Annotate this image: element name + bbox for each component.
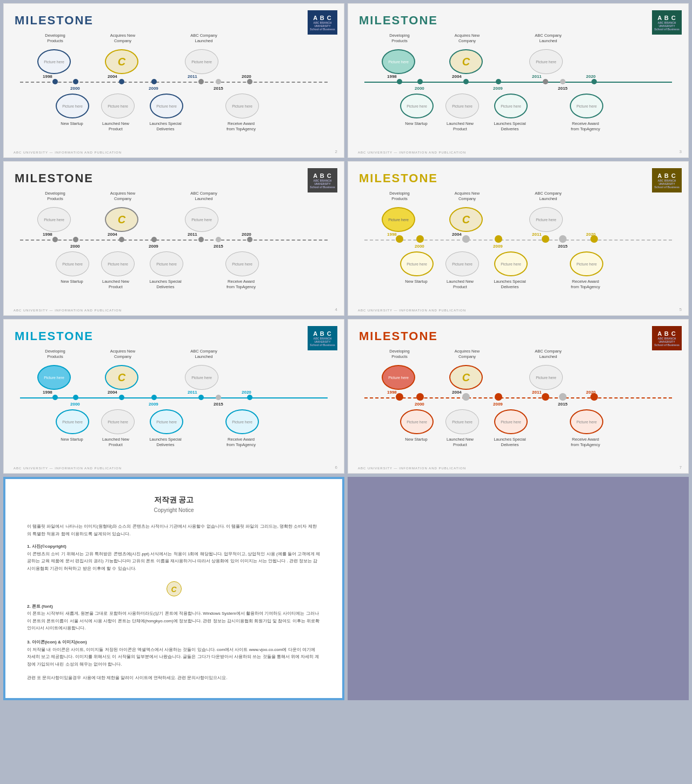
dot — [52, 79, 58, 84]
pic-bubble: Picture here — [101, 94, 135, 118]
dot — [119, 79, 124, 84]
slide-1-title: MILESTONE — [15, 14, 333, 28]
copyright-slide: 저작권 공고 Copyright Notice 이 템플릿 파일에서 나타나는 … — [3, 477, 344, 700]
slide-3-footer: ABC UNIVERSITY — INFORMATION AND PUBLICA… — [14, 309, 122, 312]
slide-1-timeline: DevelopingProducts Acquires NewCompany A… — [15, 33, 333, 141]
dot — [73, 79, 78, 84]
section2-title: 2. 폰트 (font) — [27, 604, 53, 609]
event-label: Launched NewProduct — [96, 121, 136, 132]
slide-5-timeline: DevelopingProducts Acquires NewCompany A… — [15, 349, 333, 457]
section1-title: 1. 사진(©copyright) — [27, 544, 66, 549]
section3-title: 3. 아이콘(icon) & 이미지(icon) — [27, 640, 87, 645]
year-label: 2011 — [188, 74, 197, 79]
slide-3-logo: A B C ABC BRANCHUNIVERSITYSchool of Busi… — [308, 168, 337, 192]
copyright-section-3: 3. 아이콘(icon) & 이미지(icon) 이 저작물 내 아이콘은 사이… — [27, 639, 321, 668]
slide-5-page: 6 — [335, 465, 337, 470]
slide-6-page: 7 — [680, 465, 682, 470]
slide-1-page: 2 — [335, 149, 337, 154]
c-logo-copyright: C — [167, 581, 182, 596]
copyright-body: 이 템플릿 파일에서 나타나는 이미지(원형태)와 소스의 콘텐츠는 사적이나 … — [27, 523, 321, 682]
pic-bubble: Picture here — [37, 49, 71, 74]
copyright-title: 저작권 공고 — [27, 495, 321, 505]
slide-1-footer: ABC UNIVERSITY — INFORMATION AND PUBLICA… — [14, 151, 122, 154]
slide-2-title: MILESTONE — [359, 14, 677, 28]
slide-6-footer: ABC UNIVERSITY — INFORMATION AND PUBLICA… — [358, 467, 466, 470]
pic-bubble: Picture here — [56, 94, 89, 118]
slide-3: MILESTONE A B C ABC BRANCHUNIVERSITYScho… — [3, 161, 344, 316]
year-label: 2020 — [242, 74, 251, 79]
year-label: 2015 — [214, 86, 223, 91]
slide-6-title: MILESTONE — [359, 329, 677, 343]
dot — [216, 79, 221, 84]
pic-bubble: Picture here — [150, 94, 183, 118]
copyright-subtitle: Copyright Notice — [27, 507, 321, 513]
slide-4-footer: ABC UNIVERSITY — INFORMATION AND PUBLICA… — [358, 309, 466, 312]
copyright-section-1: 1. 사진(©copyright) 이 콘텐츠의 소비 기 위해서는 고유 특허… — [27, 543, 321, 572]
year-label: 2004 — [108, 74, 117, 79]
copyright-footer-text: 관련 포 문의사항이있을경우 사용에 대한 제한을 알려이 사이트에 연락하세요… — [27, 674, 321, 682]
section2-text: 이 폰트는 시작부터 새롭게, 원본을 그대로 포함하여 사용하더라도(상기 폰… — [27, 610, 321, 632]
slide-5-title: MILESTONE — [15, 329, 333, 343]
copyright-section-2: 2. 폰트 (font) 이 폰트는 시작부터 새롭게, 원본을 그대로 포함하… — [27, 603, 321, 632]
slide-2-footer: ABC UNIVERSITY — INFORMATION AND PUBLICA… — [358, 151, 466, 154]
slide-4-page: 5 — [680, 307, 682, 312]
pic-bubble: Picture here — [185, 49, 218, 74]
section1-text: 이 콘텐츠의 소비 기 위해서는 고유 특허받은 콘텐츠에(사진.ppt) 서식… — [27, 550, 321, 573]
slide-5-logo: A B C ABC BRANCHUNIVERSITYSchool of Busi… — [308, 326, 337, 350]
slide-4-title: MILESTONE — [359, 171, 677, 185]
slide-2-logo: A B C ABC BRANCHUNIVERSITYSchool of Busi… — [652, 10, 682, 35]
slide-3-page: 4 — [335, 307, 337, 312]
slide-4: MILESTONE A B C ABC BRANCHUNIVERSITYScho… — [348, 161, 689, 316]
timeline-line — [20, 82, 328, 83]
slide-2-timeline: DevelopingProducts Acquires NewCompany A… — [359, 33, 677, 141]
slide-4-timeline: DevelopingProducts Acquires NewCompany A… — [359, 191, 677, 299]
slide-5: MILESTONE A B C ABC BRANCHUNIVERSITYScho… — [3, 319, 344, 474]
slide-6-logo: A B C ABC BRANCHUNIVERSITYSchool of Busi… — [652, 326, 682, 350]
event-label: DevelopingProducts — [36, 33, 74, 44]
event-label: Acquires NewCompany — [104, 33, 142, 44]
event-label: ABC CompanyLaunched — [185, 33, 223, 44]
dot — [198, 79, 204, 84]
year-label: 2009 — [149, 86, 158, 91]
dot — [247, 79, 252, 84]
slide-1: MILESTONE A B C ABC BRANCHUNIVERSITYScho… — [3, 3, 344, 158]
slide-3-title: MILESTONE — [15, 171, 333, 185]
event-label: Receive Awardfrom TopAgency — [219, 121, 263, 132]
slide-3-timeline: DevelopingProducts Acquires NewCompany A… — [15, 191, 333, 299]
slide-6-timeline: DevelopingProducts Acquires NewCompany A… — [359, 349, 677, 457]
year-label: 2000 — [70, 86, 80, 91]
pic-bubble: Picture here — [225, 94, 259, 118]
placeholder-area — [348, 477, 689, 700]
dot — [151, 79, 157, 84]
slide-2-page: 3 — [680, 149, 682, 154]
pic-bubble: C — [105, 49, 138, 74]
slide-1-logo: A B C ABC BRANCHUNIVERSITYSchool of Busi… — [308, 10, 337, 35]
slide-5-footer: ABC UNIVERSITY — INFORMATION AND PUBLICA… — [14, 467, 122, 470]
slide-4-logo: A B C ABC BRANCHUNIVERSITYSchool of Busi… — [652, 168, 682, 192]
slide-6: MILESTONE A B C ABC BRANCHUNIVERSITYScho… — [348, 319, 689, 474]
section3-text: 이 저작물 내 아이콘은 사이트, 이미지들 저장된 아이콘은 엑셀엑스에서 사… — [27, 646, 321, 668]
year-label: 1998 — [43, 74, 52, 79]
copyright-intro: 이 템플릿 파일에서 나타나는 이미지(원형태)와 소스의 콘텐츠는 사적이나 … — [27, 523, 321, 537]
slide-2: MILESTONE A B C ABC BRANCHUNIVERSITYScho… — [348, 3, 689, 158]
event-label: Launches SpecialDeliveries — [143, 121, 188, 132]
event-label: New Startup — [54, 121, 90, 126]
